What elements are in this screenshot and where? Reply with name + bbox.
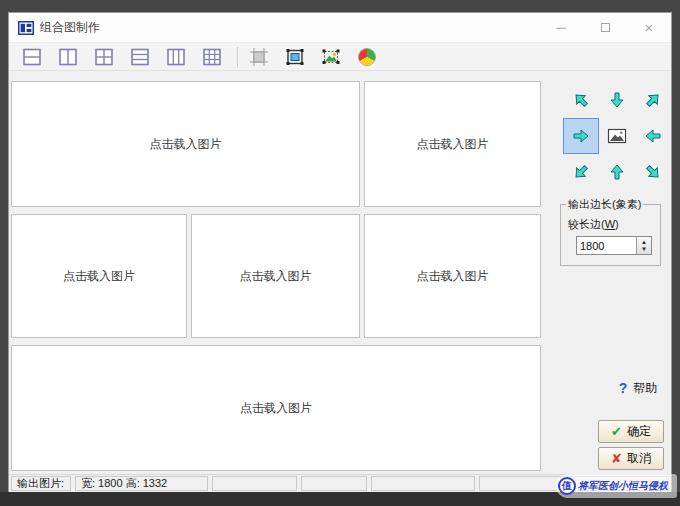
layout-2x2-grid-button[interactable] bbox=[93, 46, 115, 68]
dir-up-button[interactable] bbox=[599, 154, 635, 190]
dir-right-button[interactable] bbox=[563, 118, 599, 154]
direction-pad bbox=[563, 82, 671, 190]
placeholder-text: 点击载入图片 bbox=[63, 268, 135, 285]
arrow-down-left-icon bbox=[571, 162, 591, 182]
watermark-text: 将军医创小恒马侵权 bbox=[578, 479, 668, 493]
statusbar-cell bbox=[212, 476, 297, 491]
longer-side-label: 较长边(W) bbox=[568, 217, 619, 232]
close-button[interactable]: × bbox=[627, 13, 671, 42]
arrow-right-icon bbox=[571, 126, 591, 146]
check-icon: ✔ bbox=[611, 424, 622, 439]
arrow-down-right-icon bbox=[643, 162, 663, 182]
groupbox-title: 输出边长(象素) bbox=[566, 197, 643, 212]
layout-3x3-grid-button[interactable] bbox=[201, 46, 223, 68]
cancel-label: 取消 bbox=[627, 450, 651, 467]
statusbar-size: 宽: 1800 高: 1332 bbox=[75, 476, 208, 491]
image-cell-6[interactable]: 点击载入图片 bbox=[11, 345, 541, 471]
statusbar-output-label: 输出图片: bbox=[11, 476, 71, 491]
cancel-button[interactable]: ✘ 取消 bbox=[598, 447, 664, 470]
window-title: 组合图制作 bbox=[40, 19, 539, 36]
minimize-icon: ─ bbox=[556, 20, 565, 35]
arrow-up-icon bbox=[607, 162, 627, 182]
ok-label: 确定 bbox=[627, 423, 651, 440]
arrow-down-icon bbox=[607, 90, 627, 110]
dir-down-right-button[interactable] bbox=[635, 154, 671, 190]
spin-down-icon: ▼ bbox=[641, 246, 647, 253]
placeholder-text: 点击载入图片 bbox=[417, 136, 489, 153]
border-frame-icon bbox=[284, 46, 306, 68]
image-selection-button[interactable] bbox=[320, 46, 342, 68]
dir-left-button[interactable] bbox=[635, 118, 671, 154]
layout-3-columns-button[interactable] bbox=[165, 46, 187, 68]
image-cell-1[interactable]: 点击载入图片 bbox=[11, 81, 360, 207]
image-cell-4[interactable]: 点击载入图片 bbox=[191, 214, 360, 338]
arrow-up-right-icon bbox=[643, 90, 663, 110]
layout-2x2-grid-icon bbox=[93, 46, 115, 68]
x-icon: ✘ bbox=[611, 451, 622, 466]
image-cell-5[interactable]: 点击载入图片 bbox=[364, 214, 541, 338]
image-grid: 点击载入图片 点击载入图片 点击载入图片 点击载入图片 点击载入图片 点击载入图… bbox=[11, 81, 541, 471]
app-icon bbox=[18, 21, 34, 35]
layout-2-columns-icon bbox=[57, 46, 79, 68]
placeholder-text: 点击载入图片 bbox=[417, 268, 489, 285]
minimize-button[interactable]: ─ bbox=[539, 13, 583, 42]
watermark-logo: 值 bbox=[558, 477, 576, 495]
image-cell-2[interactable]: 点击载入图片 bbox=[364, 81, 541, 207]
dialog-body: 点击载入图片 点击载入图片 点击载入图片 点击载入图片 点击载入图片 点击载入图… bbox=[9, 71, 671, 492]
layout-3-rows-icon bbox=[129, 46, 151, 68]
dir-center-preview bbox=[599, 118, 635, 154]
dir-down-left-button[interactable] bbox=[563, 154, 599, 190]
longer-side-spinedit: ▲ ▼ bbox=[576, 236, 652, 255]
color-wheel-button[interactable] bbox=[356, 46, 378, 68]
crop-frame-disabled-icon bbox=[248, 46, 270, 68]
longer-side-input[interactable] bbox=[577, 237, 636, 254]
color-wheel-icon bbox=[356, 46, 378, 68]
layout-2-columns-button[interactable] bbox=[57, 46, 79, 68]
layout-3-columns-icon bbox=[165, 46, 187, 68]
border-frame-button[interactable] bbox=[284, 46, 306, 68]
dialog-window: 组合图制作 ─ × bbox=[8, 12, 672, 492]
arrow-left-icon bbox=[643, 126, 663, 146]
spin-up-icon: ▲ bbox=[641, 239, 647, 246]
output-size-groupbox: 输出边长(象素) 较长边(W) ▲ ▼ bbox=[560, 204, 661, 266]
arrow-up-left-icon bbox=[571, 90, 591, 110]
maximize-icon bbox=[601, 23, 610, 32]
dir-down-button[interactable] bbox=[599, 82, 635, 118]
dir-up-left-button[interactable] bbox=[563, 82, 599, 118]
crop-frame-button bbox=[248, 46, 270, 68]
titlebar: 组合图制作 ─ × bbox=[9, 13, 671, 43]
window-controls: ─ × bbox=[539, 13, 671, 42]
layout-3x3-grid-icon bbox=[201, 46, 223, 68]
maximize-button[interactable] bbox=[583, 13, 627, 42]
statusbar-cell bbox=[301, 476, 367, 491]
toolbar bbox=[9, 43, 671, 71]
toolbar-separator bbox=[237, 47, 238, 67]
help-icon: ? bbox=[619, 380, 628, 396]
spin-buttons[interactable]: ▲ ▼ bbox=[636, 237, 651, 254]
placeholder-text: 点击载入图片 bbox=[240, 400, 312, 417]
image-cell-3[interactable]: 点击载入图片 bbox=[11, 214, 187, 338]
help-button[interactable]: ? 帮助 bbox=[609, 379, 667, 397]
watermark: 值 将军医创小恒马侵权 bbox=[556, 474, 677, 498]
layout-3-rows-button[interactable] bbox=[129, 46, 151, 68]
statusbar-cell bbox=[371, 476, 475, 491]
ok-button[interactable]: ✔ 确定 bbox=[598, 420, 664, 443]
layout-2-rows-button[interactable] bbox=[21, 46, 43, 68]
close-icon: × bbox=[645, 19, 654, 36]
placeholder-text: 点击载入图片 bbox=[240, 268, 312, 285]
image-preview-icon bbox=[607, 126, 627, 146]
placeholder-text: 点击载入图片 bbox=[150, 136, 222, 153]
image-selection-icon bbox=[320, 46, 342, 68]
help-label: 帮助 bbox=[633, 380, 657, 397]
layout-2-rows-icon bbox=[21, 46, 43, 68]
dir-up-right-button[interactable] bbox=[635, 82, 671, 118]
